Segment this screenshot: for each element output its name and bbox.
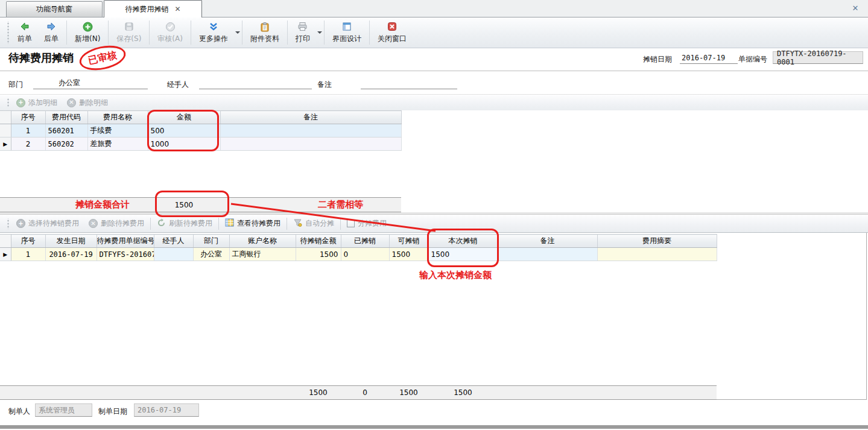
col-header-seq[interactable]: 序号 (11, 235, 45, 248)
attachments-button[interactable]: 附件资料 (244, 17, 285, 48)
col-header-summary[interactable]: 费用摘要 (597, 235, 717, 248)
tab-doc-label: 待摊费用摊销 (125, 4, 168, 14)
detail-grid-footer: 1500 (0, 197, 401, 212)
col-header-date[interactable]: 发生日期 (45, 235, 97, 248)
refresh-pending-expense-button[interactable]: 刷新待摊费用 (152, 218, 217, 229)
ui-design-button[interactable]: 界面设计 (326, 17, 367, 48)
col-header-remark[interactable]: 备注 (220, 111, 401, 124)
total-current: 1500 (428, 386, 498, 399)
tab-nav-window[interactable]: 功能导航窗 (6, 1, 103, 17)
printer-icon (297, 22, 308, 32)
window-close-icon[interactable]: ✕ (850, 2, 861, 13)
clipboard-icon (259, 22, 270, 32)
close-window-button[interactable]: 关闭窗口 (372, 17, 413, 48)
table-row[interactable]: ▶ 2 560202 差旅费 1000 (0, 138, 401, 151)
col-header-current[interactable]: 本次摊销 (428, 235, 498, 248)
col-header-amortized[interactable]: 已摊销 (341, 235, 389, 248)
plus-circle-icon: + (16, 98, 25, 107)
toolbar-grip (7, 218, 10, 229)
next-doc-button[interactable]: 后单 (38, 17, 65, 48)
tab-doc[interactable]: 待摊费用摊销 ✕ (104, 0, 202, 17)
amort-date-field[interactable]: 2016-07-19 (680, 52, 738, 64)
checkbox-icon (347, 220, 355, 227)
add-detail-button[interactable]: + 添加明细 (11, 98, 62, 108)
dept-field[interactable]: 办公室 (33, 77, 148, 89)
tab-strip: 功能导航窗 待摊费用摊销 ✕ ✕ (0, 0, 868, 17)
more-actions-button[interactable]: 更多操作 (193, 22, 234, 44)
auto-allocate-button[interactable]: 自动分摊 (288, 218, 339, 229)
detail-total-amount: 1500 (148, 198, 220, 212)
refresh-icon (157, 218, 166, 229)
select-pending-expense-button[interactable]: + 选择待摊销费用 (11, 218, 84, 229)
floppy-icon (124, 22, 135, 32)
save-button[interactable]: 保存(S) (110, 17, 147, 48)
create-date-field: 2016-07-19 (134, 403, 199, 417)
double-chevron-down-icon (208, 22, 219, 32)
toolbar-separator (324, 21, 325, 45)
prev-doc-button[interactable]: 前单 (11, 17, 38, 48)
doc-no-label: 单据编号 (738, 54, 767, 65)
current-amort-input-cell[interactable]: 1500 (428, 248, 498, 261)
col-header-amount[interactable]: 金额 (148, 111, 220, 124)
current-row-indicator: ▶ (0, 248, 11, 261)
col-header-code[interactable]: 费用代码 (45, 111, 87, 124)
detail-table: 序号 费用代码 费用名称 金额 备注 1 560201 手续费 500 ▶ 2 … (0, 110, 402, 151)
col-header-handler[interactable]: 经手人 (154, 235, 193, 248)
remark-label: 备注 (317, 80, 332, 90)
col-header-docno[interactable]: 待摊费用单据编号 (97, 235, 154, 248)
plus-circle-icon (82, 22, 93, 32)
divider (0, 71, 868, 71)
doc-no-field: DTFYTX-20160719-0001 (773, 51, 863, 64)
col-header-seq[interactable]: 序号 (11, 111, 45, 124)
col-header-dept[interactable]: 部门 (193, 235, 229, 248)
dept-label: 部门 (8, 80, 23, 90)
col-header-available[interactable]: 可摊销 (389, 235, 428, 248)
detail-toolbar: + 添加明细 ✕ 删除明细 (0, 94, 868, 110)
row-indicator-header (0, 235, 11, 248)
amort-header-row: 序号 发生日期 待摊费用单据编号 经手人 部门 账户名称 待摊销金额 已摊销 可… (0, 235, 717, 248)
toolbar-separator (242, 21, 242, 45)
table-row[interactable]: ▶ 1 2016-07-19 DTFYFS-20160719-00 办公室 工商… (0, 248, 717, 261)
audit-button[interactable]: 审核(A) (151, 17, 189, 48)
col-header-remark[interactable]: 备注 (498, 235, 597, 248)
col-header-name[interactable]: 费用名称 (87, 111, 148, 124)
page-title: 待摊费用摊销 (8, 51, 74, 65)
tab-nav-label: 功能导航窗 (36, 4, 72, 14)
tab-close-icon[interactable]: ✕ (174, 5, 180, 13)
handler-field[interactable] (199, 77, 312, 89)
amort-table: 序号 发生日期 待摊费用单据编号 经手人 部门 账户名称 待摊销金额 已摊销 可… (0, 234, 717, 261)
dropdown-caret-icon[interactable] (317, 31, 322, 34)
close-red-icon (387, 22, 398, 32)
toolbar-separator (150, 218, 151, 230)
amort-toolbar: + 选择待摊销费用 ✕ 删除待摊费用 刷新待摊费用 查看待摊费用 自动分摊 (0, 215, 868, 233)
view-pending-expense-button[interactable]: 查看待摊费用 (220, 218, 285, 229)
x-circle-icon: ✕ (89, 219, 98, 228)
col-header-account[interactable]: 账户名称 (229, 235, 296, 248)
total-amortized: 0 (341, 386, 389, 399)
creator-field: 系统管理员 (35, 403, 92, 417)
app-window: 功能导航窗 待摊费用摊销 ✕ ✕ 前单 后单 新增(N) (0, 0, 868, 430)
remove-detail-button[interactable]: ✕ 删除明细 (62, 98, 113, 108)
current-row-indicator: ▶ (0, 138, 11, 151)
col-header-pending[interactable]: 待摊销金额 (296, 235, 341, 248)
total-available: 1500 (389, 386, 428, 399)
add-button[interactable]: 新增(N) (69, 17, 106, 48)
toolbar-separator (191, 21, 191, 45)
creator-label: 制单人 (8, 406, 30, 417)
print-button[interactable]: 打印 (290, 22, 316, 44)
remove-pending-expense-button[interactable]: ✕ 删除待摊费用 (84, 218, 149, 229)
status-bar: 制单人 系统管理员 制单日期 2016-07-19 (0, 402, 868, 422)
x-circle-icon: ✕ (67, 98, 76, 107)
dropdown-caret-icon[interactable] (235, 31, 240, 34)
remark-field[interactable] (361, 77, 457, 89)
create-date-label: 制单日期 (98, 406, 127, 417)
detail-grid-panel: 序号 费用代码 费用名称 金额 备注 1 560201 手续费 500 ▶ 2 … (0, 110, 868, 212)
toolbar-grip (7, 98, 10, 107)
check-circle-icon (165, 22, 176, 32)
table-row[interactable]: 1 560201 手续费 500 (0, 124, 401, 138)
amort-date-label: 摊销日期 (643, 54, 672, 65)
share-expense-checkbox[interactable]: 分摊费用 (342, 218, 391, 229)
main-toolbar: 前单 后单 新增(N) 保存(S) 审核(A) (0, 17, 868, 48)
toolbar-separator (287, 21, 288, 45)
auto-allocate-icon (293, 218, 302, 229)
